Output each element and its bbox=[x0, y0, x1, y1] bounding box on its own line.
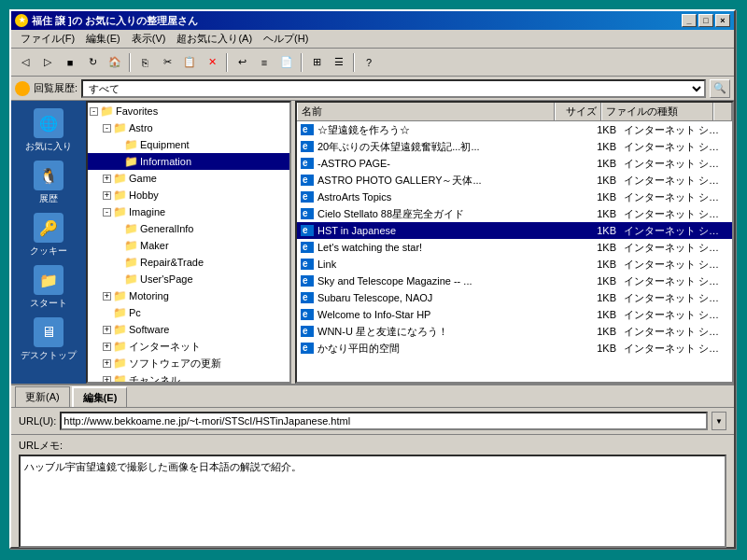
file-size-cell: 1KB bbox=[573, 274, 620, 287]
memo-area: URLメモ: bbox=[19, 439, 726, 551]
file-name: Sky and Telescope Magazine -- ... bbox=[317, 275, 472, 287]
tree-node-userspage[interactable]: 📁 User'sPage bbox=[88, 271, 289, 287]
expand-icon[interactable]: - bbox=[103, 208, 111, 217]
minimize-button[interactable]: _ bbox=[682, 14, 697, 27]
tab-update[interactable]: 更新(A) bbox=[15, 386, 70, 407]
file-panel[interactable]: 名前 サイズ ファイルの種類 ☆望遠鏡を作ろう☆ 1KB インターネット ショー… bbox=[295, 101, 734, 384]
col-header-size[interactable]: サイズ bbox=[555, 103, 601, 120]
tb-separator-3 bbox=[301, 53, 303, 72]
menu-file[interactable]: ファイル(F) bbox=[15, 31, 80, 47]
expand-icon[interactable]: + bbox=[103, 326, 111, 334]
expand-icon[interactable]: - bbox=[90, 107, 98, 116]
tb-grid-button[interactable]: ⊞ bbox=[306, 52, 327, 73]
file-row[interactable]: ASTRO PHOTO GALLERY～天体... 1KB インターネット ショ… bbox=[297, 172, 732, 189]
tree-node-channel[interactable]: + 📁 チャンネル bbox=[88, 371, 289, 384]
expand-icon[interactable]: + bbox=[103, 175, 111, 183]
tb-home-button[interactable]: 🏠 bbox=[105, 52, 125, 73]
col-header-name[interactable]: 名前 bbox=[297, 103, 555, 120]
tree-root[interactable]: - 📁 Favorites bbox=[88, 103, 289, 119]
sidebar: 🌐 お気に入り 🐧 展歴 🔑 クッキー 📁 スタート 🖥 デスクトップ bbox=[11, 101, 86, 384]
tree-node-software_update[interactable]: + 📁 ソフトウェアの更新 bbox=[88, 355, 289, 371]
tree-node-hobby[interactable]: + 📁 Hobby bbox=[88, 187, 289, 203]
file-row[interactable]: Let's watching the star! 1KB インターネット ショー… bbox=[297, 239, 732, 256]
tree-node-software[interactable]: + 📁 Software bbox=[88, 321, 289, 338]
titlebar: ★ 福住 譲 ]の お気に入りの整理屋さん _ □ × bbox=[11, 11, 734, 30]
tree-node-internet[interactable]: + 📁 インターネット bbox=[88, 338, 289, 355]
tree-panel[interactable]: - 📁 Favorites - 📁 Astro 📁 Equipment 📁 In… bbox=[86, 101, 291, 384]
file-row[interactable]: Cielo Stellato 88星座完全ガイド 1KB インターネット ショー… bbox=[297, 205, 732, 222]
folder-icon: 📁 bbox=[100, 105, 114, 118]
col-header-type[interactable]: ファイルの種類 bbox=[601, 103, 713, 120]
file-row[interactable]: HST in Japanese 1KB インターネット ショートカット bbox=[297, 222, 732, 239]
tree-label: Game bbox=[129, 173, 157, 184]
sidebar-item-cookie[interactable]: 🔑 クッキー bbox=[30, 213, 67, 258]
file-row[interactable]: WNN-U 星と友達になろう！ 1KB インターネット ショートカット bbox=[297, 323, 732, 340]
expand-icon[interactable]: + bbox=[103, 343, 111, 351]
tb-list-button[interactable]: ☰ bbox=[329, 52, 349, 73]
tree-node-generalinfo[interactable]: 📁 GeneralInfo bbox=[88, 220, 289, 237]
main-window: ★ 福住 譲 ]の お気に入りの整理屋さん _ □ × ファイル(F) 編集(E… bbox=[9, 9, 736, 549]
expand-icon[interactable]: + bbox=[103, 359, 111, 368]
file-name-cell: Let's watching the star! bbox=[297, 241, 573, 254]
tb-back-button[interactable]: ◁ bbox=[15, 52, 35, 73]
file-row[interactable]: Subaru Telescope, NAOJ 1KB インターネット ショートカ… bbox=[297, 289, 732, 306]
menu-favorites[interactable]: 超お気に入り(A) bbox=[171, 31, 258, 47]
addr-icon bbox=[15, 81, 30, 96]
tb-paste-button[interactable]: 📋 bbox=[179, 52, 200, 73]
file-type-cell: インターネット ショートカット bbox=[620, 223, 732, 239]
sidebar-item-favorites[interactable]: 🌐 お気に入り bbox=[25, 108, 72, 153]
sidebar-item-desktop[interactable]: 🖥 デスクトップ bbox=[21, 317, 77, 362]
file-icon bbox=[301, 292, 314, 303]
tb-forward-button[interactable]: ▷ bbox=[37, 52, 58, 73]
file-type-cell: インターネット ショートカット bbox=[620, 122, 732, 138]
tree-node-astro[interactable]: - 📁 Astro bbox=[88, 119, 289, 136]
maximize-button[interactable]: □ bbox=[698, 14, 713, 27]
url-input[interactable] bbox=[60, 412, 708, 430]
tb-help-button[interactable]: ? bbox=[359, 52, 379, 73]
expand-icon[interactable]: + bbox=[103, 191, 111, 200]
memo-textarea[interactable] bbox=[19, 455, 726, 548]
tb-stop-button[interactable]: ■ bbox=[60, 52, 80, 73]
file-row[interactable]: Welcome to Info-Star HP 1KB インターネット ショート… bbox=[297, 306, 732, 323]
file-row[interactable]: ☆望遠鏡を作ろう☆ 1KB インターネット ショートカット bbox=[297, 121, 732, 138]
file-icon bbox=[301, 326, 314, 337]
tree-node-game[interactable]: + 📁 Game bbox=[88, 170, 289, 187]
tree-node-equipment[interactable]: 📁 Equipment bbox=[88, 136, 289, 153]
tree-node-information[interactable]: 📁 Information bbox=[88, 153, 289, 170]
tree-node-imagine[interactable]: - 📁 Imagine bbox=[88, 203, 289, 220]
tb-sort-button[interactable]: ≡ bbox=[254, 52, 275, 73]
tree-node-motoring[interactable]: + 📁 Motoring bbox=[88, 287, 289, 304]
file-row[interactable]: かなり平田的空間 1KB インターネット ショートカット bbox=[297, 340, 732, 357]
file-row[interactable]: AstroArts Topics 1KB インターネット ショートカット bbox=[297, 189, 732, 205]
favorites-icon: 🌐 bbox=[34, 108, 63, 138]
tb-refresh-button[interactable]: ↻ bbox=[82, 52, 103, 73]
url-dropdown-button[interactable]: ▼ bbox=[712, 412, 726, 430]
menu-edit[interactable]: 編集(E) bbox=[80, 31, 126, 47]
category-select[interactable]: すべて bbox=[81, 79, 706, 98]
tb-delete-button[interactable]: ✕ bbox=[202, 52, 222, 73]
file-type-cell: インターネット ショートカット bbox=[620, 307, 732, 323]
close-button[interactable]: × bbox=[715, 14, 730, 27]
tree-node-repair_trade[interactable]: 📁 Repair&Trade bbox=[88, 254, 289, 271]
expand-icon[interactable]: - bbox=[103, 124, 111, 133]
menu-help[interactable]: ヘルプ(H) bbox=[258, 31, 314, 47]
file-row[interactable]: 20年ぶりの天体望遠鏡奮戦記...初... 1KB インターネット ショートカッ… bbox=[297, 138, 732, 155]
tb-copy-button[interactable]: ⎘ bbox=[134, 52, 155, 73]
tree-node-maker[interactable]: 📁 Maker bbox=[88, 237, 289, 254]
menu-view[interactable]: 表示(V) bbox=[126, 31, 172, 47]
sidebar-item-start[interactable]: 📁 スタート bbox=[30, 265, 67, 310]
file-row[interactable]: Sky and Telescope Magazine -- ... 1KB イン… bbox=[297, 273, 732, 289]
sidebar-item-history[interactable]: 🐧 展歴 bbox=[34, 161, 63, 205]
expand-icon[interactable]: + bbox=[103, 292, 111, 301]
tab-edit[interactable]: 編集(E) bbox=[72, 386, 128, 407]
file-row[interactable]: -ASTRO PAGE- 1KB インターネット ショートカット bbox=[297, 155, 732, 172]
file-row[interactable]: Link 1KB インターネット ショートカット bbox=[297, 256, 732, 273]
tree-label: Equipment bbox=[140, 139, 190, 150]
tb-cut-button[interactable]: ✂ bbox=[157, 52, 177, 73]
tb-properties-button[interactable]: 📄 bbox=[276, 52, 297, 73]
search-button[interactable]: 🔍 bbox=[710, 79, 730, 98]
tb-separator-2 bbox=[226, 53, 228, 72]
expand-icon[interactable]: + bbox=[103, 376, 111, 385]
tb-undo-button[interactable]: ↩ bbox=[232, 52, 252, 73]
tree-node-pc[interactable]: 📁 Pc bbox=[88, 304, 289, 321]
